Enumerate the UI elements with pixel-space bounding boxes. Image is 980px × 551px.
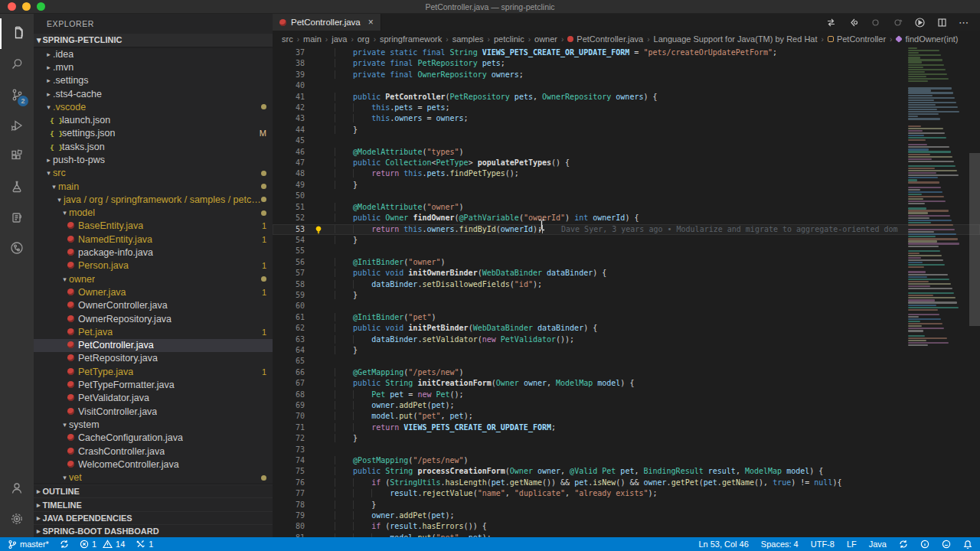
tree-item-src[interactable]: ▾src (34, 167, 273, 180)
code-line-79[interactable]: 79 owner.addPet(pet); (273, 510, 980, 521)
tree-item-Person.java[interactable]: Person.java1 (34, 259, 273, 272)
code-line-59[interactable]: 59 } (273, 290, 980, 301)
breadcrumb-item[interactable]: Language Support for Java(TM) by Red Hat (654, 34, 818, 44)
code-line-69[interactable]: 69 owner.addPet(pet); (273, 400, 980, 411)
line-number[interactable]: 50 (273, 191, 305, 201)
tree-item-system[interactable]: ▾system (34, 418, 273, 431)
code-line-74[interactable]: 74 @PostMapping("/pets/new") (273, 455, 980, 466)
split-editor-icon[interactable] (936, 17, 948, 28)
close-window-button[interactable] (8, 2, 16, 11)
git-graph-icon[interactable] (0, 233, 34, 263)
line-number[interactable]: 51 (273, 202, 305, 213)
project-section-header[interactable]: ▾ SPRING-PETCLINIC (34, 34, 273, 47)
breadcrumb-item[interactable]: PetController.java (567, 34, 643, 44)
line-number[interactable]: 61 (273, 312, 305, 323)
line-number[interactable]: 43 (273, 113, 305, 124)
line-number[interactable]: 45 (273, 135, 305, 146)
line-number[interactable]: 77 (273, 488, 305, 499)
line-number[interactable]: 42 (273, 103, 305, 113)
line-number[interactable]: 74 (273, 455, 305, 466)
breadcrumb-item[interactable]: java (332, 34, 347, 44)
tree-item-PetType.java[interactable]: PetType.java1 (34, 365, 273, 378)
tree-item-PetValidator.java[interactable]: PetValidator.java (34, 392, 273, 405)
test-flask-icon[interactable] (0, 171, 34, 202)
go-back-icon[interactable] (848, 17, 859, 28)
tree-item-main[interactable]: ▾main (34, 180, 273, 193)
panel-java-dependencies[interactable]: ▸JAVA DEPENDENCIES (34, 511, 273, 524)
code-line-78[interactable]: 78 } (273, 500, 980, 510)
code-line-61[interactable]: 61 @InitBinder("pet") (273, 312, 980, 323)
line-number[interactable]: 37 (273, 47, 305, 58)
line-number[interactable]: 81 (273, 533, 305, 537)
code-line-73[interactable]: 73 (273, 445, 980, 455)
tree-item-WelcomeController.java[interactable]: WelcomeController.java (34, 458, 273, 471)
line-number[interactable]: 72 (273, 433, 305, 444)
code-line-48[interactable]: 48 return this.pets.findPetTypes(); (273, 168, 980, 179)
code-line-40[interactable]: 40 (273, 80, 980, 91)
code-line-66[interactable]: 66 @GetMapping("/pets/new") (273, 367, 980, 378)
code-line-53[interactable]: 53 return this.owners.findById(ownerId);… (273, 224, 980, 235)
code-line-77[interactable]: 77 result.rejectValue("name", "duplicate… (273, 488, 980, 499)
git-branch-item[interactable]: master* (8, 540, 49, 549)
line-number[interactable]: 41 (273, 92, 305, 103)
info-icon[interactable] (920, 540, 929, 549)
feedback-smiley-icon[interactable] (942, 540, 951, 549)
tree-item-.settings[interactable]: ▸.settings (34, 74, 273, 87)
sync-changes-item[interactable] (60, 540, 69, 549)
cursor-position-item[interactable]: Ln 53, Col 46 (698, 540, 748, 549)
line-number[interactable]: 65 (273, 356, 305, 367)
line-number[interactable]: 47 (273, 158, 305, 168)
code-line-58[interactable]: 58 dataBinder.setDisallowedFields("id"); (273, 279, 980, 290)
breadcrumb-item[interactable]: findOwner(int) (896, 34, 958, 44)
code-line-50[interactable]: 50 (273, 191, 980, 201)
line-number[interactable]: 64 (273, 345, 305, 356)
tree-item-.vscode[interactable]: ▾.vscode (34, 100, 273, 113)
line-number[interactable]: 38 (273, 58, 305, 69)
accounts-icon[interactable] (0, 473, 34, 504)
java-status-sync-icon[interactable] (899, 540, 908, 549)
code-line-64[interactable]: 64 } (273, 345, 980, 356)
line-number[interactable]: 68 (273, 390, 305, 400)
code-line-46[interactable]: 46 @ModelAttribute("types") (273, 147, 980, 158)
tree-item-vet[interactable]: ▾vet (34, 471, 273, 484)
tree-item-launch.json[interactable]: { }launch.json (34, 113, 273, 126)
code-line-81[interactable]: 81 model.put("pet", pet); (273, 533, 980, 537)
project-manager-icon[interactable] (0, 202, 34, 233)
breadcrumb-item[interactable]: org (358, 34, 370, 44)
tree-item-java-org-springframework-samples-petclinic[interactable]: ▾java / org / springframework / samples … (34, 193, 273, 206)
panel-timeline[interactable]: ▸TIMELINE (34, 497, 273, 510)
tree-item-CrashController.java[interactable]: CrashController.java (34, 445, 273, 458)
line-number[interactable]: 79 (273, 510, 305, 521)
tree-item-VisitController.java[interactable]: VisitController.java (34, 405, 273, 418)
line-number[interactable]: 55 (273, 246, 305, 256)
eol-item[interactable]: LF (847, 540, 857, 549)
line-number[interactable]: 67 (273, 378, 305, 389)
breadcrumb-item[interactable]: PetController (828, 34, 886, 44)
code-line-54[interactable]: 54 } (273, 235, 980, 246)
breadcrumb-item[interactable]: petclinic (494, 34, 524, 44)
line-number[interactable]: 71 (273, 422, 305, 433)
line-number[interactable]: 54 (273, 235, 305, 246)
code-line-43[interactable]: 43 this.owners = owners; (273, 113, 980, 124)
line-number[interactable]: 73 (273, 445, 305, 455)
language-mode-item[interactable]: Java (869, 540, 887, 549)
tree-item-.idea[interactable]: ▸.idea (34, 47, 273, 60)
code-line-52[interactable]: 52 public Owner findOwner(@PathVariable(… (273, 213, 980, 223)
line-number[interactable]: 40 (273, 80, 305, 91)
line-number[interactable]: 46 (273, 147, 305, 158)
tree-item-NamedEntity.java[interactable]: NamedEntity.java1 (34, 233, 273, 246)
code-line-45[interactable]: 45 (273, 135, 980, 146)
tree-item-settings.json[interactable]: { }settings.jsonM (34, 127, 273, 140)
minimize-window-button[interactable] (22, 2, 31, 11)
zoom-window-button[interactable] (37, 2, 45, 11)
tree-item-PetController.java[interactable]: PetController.java (34, 339, 273, 352)
tree-item-Owner.java[interactable]: Owner.java1 (34, 285, 273, 298)
code-line-68[interactable]: 68 Pet pet = new Pet(); (273, 390, 980, 400)
notifications-bell-icon[interactable] (963, 540, 972, 549)
line-number[interactable]: 39 (273, 70, 305, 80)
explorer-icon[interactable] (0, 18, 34, 49)
code-line-60[interactable]: 60 (273, 301, 980, 311)
code-line-55[interactable]: 55 (273, 246, 980, 256)
line-number[interactable]: 57 (273, 268, 305, 279)
code-line-72[interactable]: 72 } (273, 433, 980, 444)
